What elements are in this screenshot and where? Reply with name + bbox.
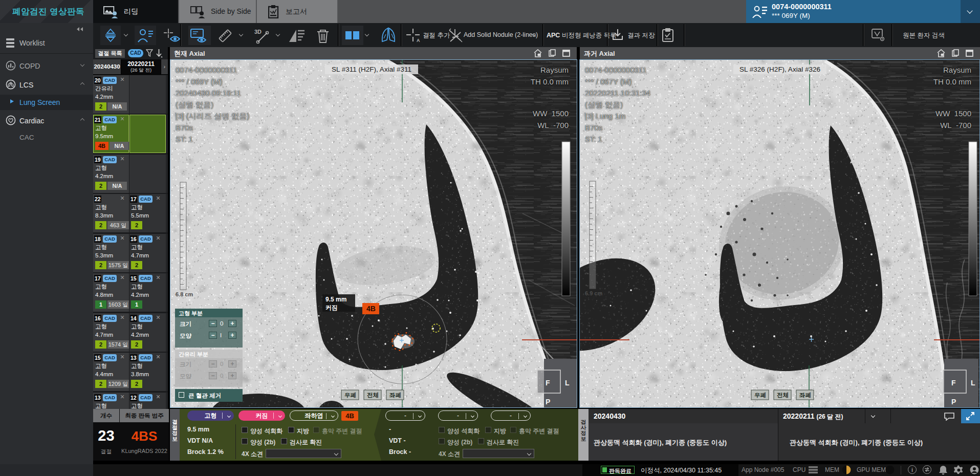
- svg-text:L: L: [971, 379, 975, 387]
- svg-text:3D: 3D: [254, 29, 262, 35]
- svg-text:전체: 전체: [777, 392, 789, 398]
- svg-text:커짐: 커짐: [325, 304, 338, 311]
- svg-text:F: F: [546, 379, 550, 387]
- svg-text:P: P: [546, 398, 550, 406]
- svg-text:우폐: 우폐: [344, 392, 356, 398]
- svg-text:좌폐: 좌폐: [389, 392, 401, 398]
- svg-text:좌폐: 좌폐: [799, 392, 811, 398]
- svg-text:P: P: [951, 398, 956, 406]
- svg-text:우폐: 우폐: [754, 392, 766, 398]
- svg-text:4B: 4B: [366, 305, 376, 313]
- svg-text:9.5 mm: 9.5 mm: [325, 296, 346, 303]
- svg-text:6.9 cm: 6.9 cm: [585, 290, 602, 296]
- svg-text:L: L: [565, 379, 570, 387]
- svg-text:전체: 전체: [367, 392, 379, 398]
- svg-text:A: A: [417, 38, 420, 42]
- svg-text:6.8 cm: 6.8 cm: [176, 291, 193, 297]
- svg-text:F: F: [951, 379, 956, 387]
